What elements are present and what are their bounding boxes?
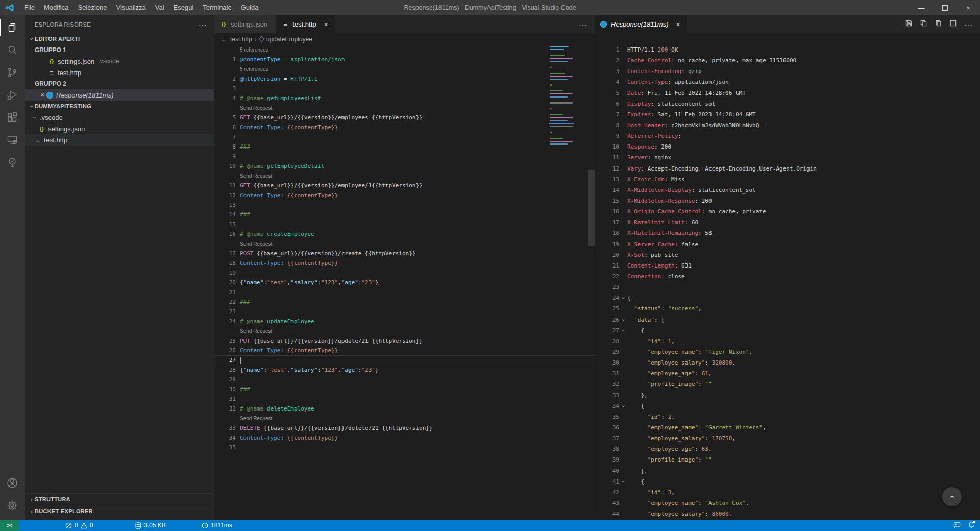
code-line[interactable]: 22### bbox=[214, 297, 595, 307]
codelens-link[interactable]: Send Request bbox=[240, 328, 272, 334]
response-line[interactable]: 39 "profile_image": "" bbox=[595, 454, 980, 465]
response-line[interactable]: 13X-Ezoic-Cdn: Miss bbox=[595, 174, 980, 185]
remote-explorer-icon[interactable] bbox=[0, 130, 24, 150]
save-response-icon[interactable] bbox=[905, 19, 913, 29]
section-folder[interactable]: › DUMMYAPITESTING bbox=[24, 101, 214, 112]
test-tree-icon[interactable] bbox=[0, 152, 24, 173]
extensions-icon[interactable] bbox=[0, 107, 24, 128]
response-line[interactable]: 29 "employee_name": "Tiger Nixon", bbox=[595, 347, 980, 357]
code-line[interactable]: 34Content-Type: {{contentType}} bbox=[214, 433, 595, 443]
code-line[interactable]: 3 bbox=[214, 84, 595, 93]
code-line[interactable]: 23 bbox=[214, 307, 595, 317]
response-line[interactable]: 24›{ bbox=[595, 293, 980, 303]
fold-chevron-icon[interactable]: › bbox=[619, 295, 627, 301]
code-line[interactable]: 31 bbox=[214, 394, 595, 404]
editor-more-actions[interactable]: ··· bbox=[579, 20, 587, 29]
response-line[interactable]: 12Vary: Accept-Encoding, Accept-Encoding… bbox=[595, 163, 980, 174]
codelens-link[interactable]: 5 references bbox=[240, 47, 268, 53]
code-editor[interactable]: 5 references1@contentType = application/… bbox=[214, 45, 595, 520]
close-tab-icon[interactable]: × bbox=[323, 20, 330, 29]
response-line[interactable]: 22Connection: close bbox=[595, 271, 980, 282]
response-line[interactable]: 8Host-Header: c2hhcmVkLmJsdWVob3N0LmNvbQ… bbox=[595, 120, 980, 131]
response-line[interactable]: 2Cache-Control: no-cache, private, max-a… bbox=[595, 55, 980, 66]
response-line[interactable]: 41› { bbox=[595, 476, 980, 487]
response-line[interactable]: 21Content-Length: 631 bbox=[595, 260, 980, 271]
feedback-icon[interactable] bbox=[953, 521, 961, 530]
code-line[interactable]: 28{"name":"test","salary":"123","age":"2… bbox=[214, 365, 595, 375]
response-line[interactable]: 3Content-Encoding: gzip bbox=[595, 66, 980, 77]
response-line[interactable]: 18X-Ratelimit-Remaining: 58 bbox=[595, 228, 980, 238]
section-bucket-explorer[interactable]: › BUCKET EXPLORER bbox=[24, 505, 214, 517]
response-size-status[interactable]: 3.05 KB bbox=[135, 520, 166, 531]
tree-item-testhttp[interactable]: ≡test.http bbox=[24, 134, 214, 146]
section-struttura[interactable]: › STRUTTURA bbox=[24, 493, 214, 505]
menu-esegui[interactable]: Esegui bbox=[169, 0, 199, 15]
response-line[interactable]: 34› { bbox=[595, 401, 980, 412]
tab-response[interactable]: Response(1811ms) × bbox=[595, 15, 687, 33]
code-line[interactable]: 17POST {{base_url}}/{{version}}/create {… bbox=[214, 249, 595, 258]
code-line[interactable]: 30### bbox=[214, 384, 595, 394]
response-line[interactable]: 37 "employee_salary": 170750, bbox=[595, 433, 980, 444]
code-line[interactable]: 29 bbox=[214, 375, 595, 384]
code-line[interactable]: 7 bbox=[214, 132, 595, 142]
code-line[interactable]: 26Content-Type: {{contentType}} bbox=[214, 346, 595, 355]
menu-file[interactable]: File bbox=[19, 0, 39, 15]
account-icon[interactable] bbox=[0, 473, 24, 493]
response-line[interactable]: 16X-Origin-Cache-Control: no-cache, priv… bbox=[595, 206, 980, 217]
response-line[interactable]: 33 }, bbox=[595, 390, 980, 401]
run-debug-icon[interactable] bbox=[0, 85, 24, 105]
code-line[interactable]: 8### bbox=[214, 142, 595, 152]
menu-terminale[interactable]: Terminale bbox=[198, 0, 236, 15]
response-line[interactable]: 19X-Server-Cache: false bbox=[595, 239, 980, 250]
code-line[interactable]: 27 bbox=[214, 355, 595, 365]
code-line[interactable]: 32# @name deleteEmployee bbox=[214, 404, 595, 414]
response-line[interactable]: 20X-Sol: pub_site bbox=[595, 250, 980, 260]
response-line[interactable]: 30 "employee_salary": 320800, bbox=[595, 357, 980, 368]
code-line[interactable]: 11GET {{base_url}}/{{version}}/employee/… bbox=[214, 181, 595, 190]
response-line[interactable]: 7Expires: Sat, 11 Feb 2023 14:28:04 GMT bbox=[595, 109, 980, 120]
fold-chevron-icon[interactable]: › bbox=[619, 327, 627, 334]
scrollbar-thumb[interactable] bbox=[588, 170, 595, 246]
response-line[interactable]: 17X-Ratelimit-Limit: 60 bbox=[595, 217, 980, 228]
close-icon[interactable]: × bbox=[38, 91, 46, 99]
open-editor-item[interactable]: ≡test.http bbox=[24, 67, 214, 78]
open-editor-item[interactable]: ×Response(1811ms) bbox=[24, 89, 214, 101]
response-line[interactable]: 32 "profile_image": "" bbox=[595, 379, 980, 390]
code-line[interactable]: 9 bbox=[214, 152, 595, 161]
code-line[interactable]: 5GET {{base_url}}/{{version}}/employees … bbox=[214, 113, 595, 123]
response-line[interactable]: 31 "employee_age": 61, bbox=[595, 368, 980, 379]
settings-gear-icon[interactable] bbox=[0, 495, 24, 516]
code-line[interactable]: 4# @name getEmployeesList bbox=[214, 93, 595, 103]
code-line[interactable]: 14### bbox=[214, 210, 595, 220]
response-line[interactable]: 44 "employee_salary": 86000, bbox=[595, 509, 980, 519]
close-tab-icon[interactable]: × bbox=[674, 20, 681, 29]
search-icon[interactable] bbox=[0, 40, 24, 60]
fold-chevron-icon[interactable]: › bbox=[619, 403, 627, 409]
code-line[interactable]: 15 bbox=[214, 220, 595, 229]
breadcrumb-symbol[interactable]: updateEmployee bbox=[266, 36, 312, 43]
response-line[interactable]: 36 "employee_name": "Garrett Winters", bbox=[595, 422, 980, 433]
minimap[interactable] bbox=[549, 45, 574, 155]
tab-testhttp[interactable]: ≡test.http× bbox=[276, 15, 335, 33]
response-line[interactable]: 43 "employee_name": "Ashton Cox", bbox=[595, 498, 980, 509]
codelens-link[interactable]: Send Request bbox=[240, 105, 272, 111]
response-line[interactable]: 9Referrer-Policy: bbox=[595, 131, 980, 141]
codelens-link[interactable]: 5 references bbox=[240, 66, 268, 72]
open-editor-item[interactable]: {}settings.json.vscode bbox=[24, 56, 214, 67]
codelens-link[interactable]: Send Request bbox=[240, 173, 272, 179]
menu-guida[interactable]: Guida bbox=[236, 0, 263, 15]
code-line[interactable]: 24# @name updateEmployee bbox=[214, 317, 595, 326]
code-line[interactable]: 2@httpVersion = HTTP/1.1 bbox=[214, 74, 595, 84]
response-line[interactable]: 4Content-Type: application/json bbox=[595, 77, 980, 87]
code-line[interactable]: 19 bbox=[214, 268, 595, 278]
response-line[interactable]: 11Server: nginx bbox=[595, 152, 980, 163]
minimize-button[interactable]: — bbox=[910, 0, 933, 15]
explorer-more-actions[interactable]: ··· bbox=[199, 20, 207, 29]
menu-visualizza[interactable]: Visualizza bbox=[111, 0, 150, 15]
problems-status[interactable]: 0 0 bbox=[65, 520, 93, 531]
response-line[interactable]: 23 bbox=[595, 282, 980, 293]
code-line[interactable]: 20{"name":"test","salary":"123","age":"2… bbox=[214, 278, 595, 287]
code-line[interactable]: 16# @name createEmployee bbox=[214, 229, 595, 239]
section-open-editors[interactable]: › EDITOR APERTI bbox=[24, 33, 214, 44]
code-line[interactable]: 13 bbox=[214, 200, 595, 210]
